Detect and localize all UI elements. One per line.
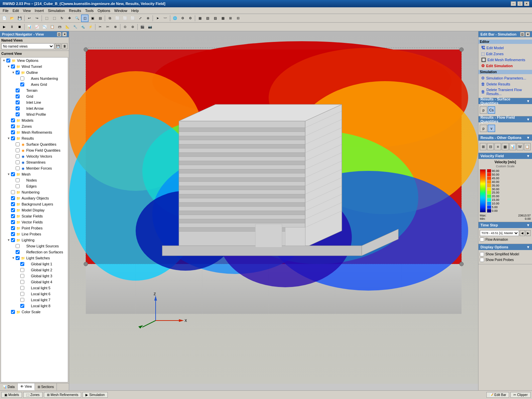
delete-transient-link[interactable]: 🗑 Delete Transient Flow Results...	[480, 87, 531, 96]
checkbox-terrain[interactable]	[16, 88, 20, 92]
tb-display3[interactable]: ▨	[211, 15, 219, 22]
checkbox-wind-profile[interactable]	[16, 112, 20, 116]
tree-item-zones[interactable]: 📁Zones	[1, 123, 68, 129]
status-models-btn[interactable]: ▣Models	[1, 392, 22, 398]
tree-item-outline[interactable]: ▼📁Outline	[1, 69, 68, 75]
tb2-results5[interactable]: 🗃	[56, 23, 64, 31]
checkbox-streamlines[interactable]	[16, 160, 20, 164]
tb2-pause[interactable]: ⏸	[8, 23, 16, 31]
tb2-clip1[interactable]: ✂	[96, 23, 104, 31]
tree-item-model-display[interactable]: 📁Model Display	[1, 207, 68, 213]
tab-data[interactable]: 📊Data	[0, 383, 18, 390]
checkbox-vector-fields[interactable]	[11, 220, 15, 224]
tb2-clip3[interactable]: ⊗	[112, 23, 119, 31]
edit-bar-header[interactable]: Edit Bar - Simulation ◫ ✕	[478, 31, 532, 37]
tb2-clip2[interactable]: ✄	[104, 23, 111, 31]
tree-item-inlet-line[interactable]: Inlet Line	[1, 99, 68, 105]
other-btn2[interactable]: ⊟	[487, 143, 494, 150]
status-zones-btn[interactable]: ⬚Zones	[23, 392, 43, 398]
tree-item-color-scale[interactable]: 📁Color Scale	[1, 309, 68, 315]
checkbox-light-switches[interactable]	[16, 256, 20, 260]
tree-item-results[interactable]: ▼📁Results	[1, 135, 68, 141]
checkbox-results[interactable]	[11, 136, 15, 140]
close-button[interactable]: ✕	[524, 1, 529, 6]
tb-display2[interactable]: ▧	[204, 15, 211, 22]
tree-item-flow-field-quantities[interactable]: ◉Flow Field Quantities	[1, 147, 68, 153]
menu-view[interactable]: View	[21, 8, 33, 13]
checkbox-view-options[interactable]	[6, 59, 10, 63]
status-mesh-btn[interactable]: ⊞Mesh Refinements	[44, 392, 81, 398]
tree-item-lighting[interactable]: ▼📁Lighting	[1, 237, 68, 243]
time-next-btn[interactable]: ▶	[526, 230, 531, 236]
checkbox-show-light-sources[interactable]	[16, 244, 20, 248]
named-views-btn1[interactable]: 💾	[55, 43, 61, 49]
flow-field-header[interactable]: Results - Flow Field Quantities ▼	[478, 116, 532, 122]
tree-item-edges[interactable]: Edges	[1, 183, 68, 189]
tree-item-global-light-2[interactable]: Global light 2	[1, 267, 68, 273]
tree-item-local-light-8[interactable]: Local light 8	[1, 303, 68, 309]
tb-open[interactable]: 📂	[8, 15, 16, 22]
surface-velocity-btn[interactable]: Cs	[488, 106, 495, 114]
status-simulation-btn[interactable]: ▶Simulation	[82, 392, 108, 398]
tree-item-background-layers[interactable]: 📁Background Layers	[1, 201, 68, 207]
expander-wind-tunnel[interactable]: ▼	[6, 64, 11, 69]
tree-item-view-options[interactable]: ▼📁View Options	[1, 58, 68, 64]
checkbox-background-layers[interactable]	[11, 202, 15, 206]
tree-item-global-light-4[interactable]: Global light 4	[1, 279, 68, 285]
tree-item-mesh-refinements[interactable]: 📁Mesh Refinements	[1, 129, 68, 135]
checkbox-point-probes[interactable]	[11, 226, 15, 230]
checkbox-inlet-line[interactable]	[16, 100, 20, 104]
sim-params-link[interactable]: ⚙ Simulation Parameters...	[480, 75, 531, 81]
flow-velocity-btn[interactable]: v	[488, 125, 495, 132]
checkbox-scalar-fields[interactable]	[11, 214, 15, 218]
tb-front[interactable]: ⬜	[121, 15, 129, 22]
checkbox-local-light-5[interactable]	[20, 286, 24, 290]
tb-window-zoom[interactable]: ⊕	[144, 15, 152, 22]
other-btn3[interactable]: ≡	[494, 143, 501, 150]
other-btn5[interactable]: 📊	[509, 143, 516, 150]
tb-save[interactable]: 💾	[16, 15, 23, 22]
checkbox-global-light-1[interactable]	[20, 262, 24, 266]
tb2-anim2[interactable]: 📷	[146, 23, 154, 31]
show-simplified-checkbox[interactable]	[480, 252, 484, 256]
tree-item-global-light-1[interactable]: Global light 1	[1, 261, 68, 267]
tb-undo[interactable]: ↩	[26, 15, 33, 22]
expander-lighting[interactable]: ▼	[6, 238, 11, 242]
status-clipper-btn[interactable]: ✂Clipper	[510, 392, 531, 398]
other-btn1[interactable]: ⊞	[480, 143, 486, 150]
tb2-probe1[interactable]: ⊙	[121, 23, 129, 31]
tree-item-local-light-5[interactable]: Local light 5	[1, 285, 68, 291]
expander-mesh[interactable]: ▼	[6, 172, 11, 177]
checkbox-mesh[interactable]	[11, 172, 15, 176]
checkbox-member-forces[interactable]	[16, 166, 20, 170]
checkbox-global-light-2[interactable]	[20, 268, 24, 272]
tree-item-auxiliary-objects[interactable]: 📁Auxiliary Objects	[1, 195, 68, 201]
tree-item-grid[interactable]: Grid	[1, 93, 68, 99]
checkbox-inlet-arrow[interactable]	[16, 106, 20, 110]
tb-wind-dir[interactable]: ➤	[154, 15, 161, 22]
tree-item-numbering[interactable]: 📁Numbering	[1, 189, 68, 195]
time-step-select[interactable]: T078 - 43.51 [s], Master	[480, 230, 519, 236]
edit-simulation-link[interactable]: ⚙ Edit Simulation	[480, 63, 531, 69]
surface-pressure-btn[interactable]: p	[480, 106, 487, 114]
tree-item-streamlines[interactable]: ◉Streamlines	[1, 159, 68, 165]
checkbox-local-light-8[interactable]	[20, 304, 24, 308]
maximize-button[interactable]: □	[517, 1, 523, 6]
tree-item-wind-tunnel[interactable]: ▼📁Wind Tunnel	[1, 64, 68, 69]
tb-select[interactable]: ⬚	[43, 15, 50, 22]
tree-item-wind-profile[interactable]: Wind Profile	[1, 111, 68, 117]
tb2-results2[interactable]: 📈	[33, 23, 41, 31]
named-views-select[interactable]: No named views	[1, 43, 54, 49]
expander-view-options[interactable]: ▼	[2, 58, 6, 63]
other-btn7[interactable]: 📋	[524, 143, 531, 150]
checkbox-nodes[interactable]	[16, 178, 20, 182]
other-btn6[interactable]: W	[517, 143, 523, 150]
panel-close-btn[interactable]: ✕	[62, 32, 67, 37]
panel-pin-btn[interactable]: ◫	[57, 32, 62, 37]
tree-item-models[interactable]: 📁Models	[1, 117, 68, 123]
surface-quantities-header[interactable]: Results - Surface Quantities ▼	[478, 98, 532, 104]
tb2-results7[interactable]: 🔧	[71, 23, 79, 31]
edit-bar-pin[interactable]: ◫	[520, 32, 525, 37]
checkbox-velocity-vectors[interactable]	[16, 154, 20, 158]
edit-model-link[interactable]: 🏗 Edit Model	[480, 45, 531, 51]
